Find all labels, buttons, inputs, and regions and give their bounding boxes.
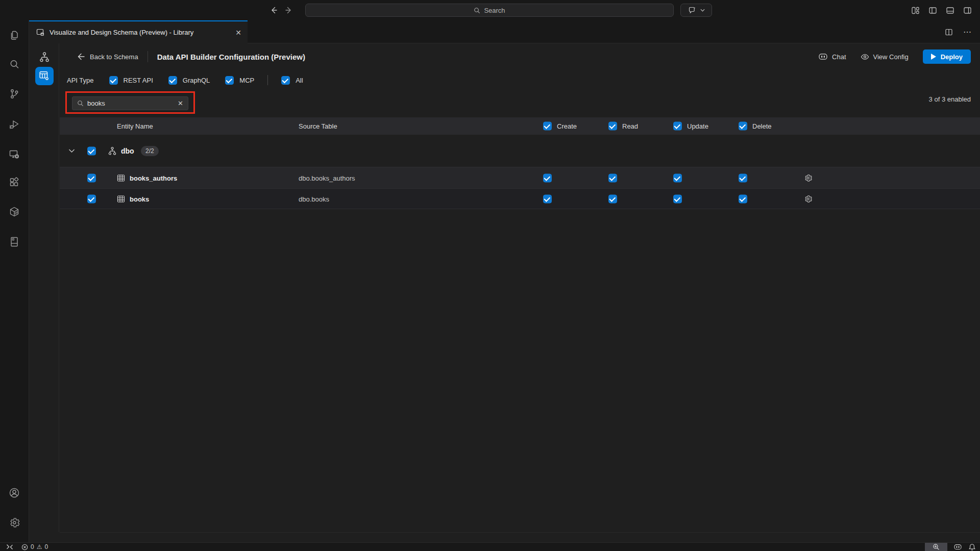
api-type-label: API Type [67, 77, 94, 84]
back-arrow-icon[interactable] [270, 6, 278, 14]
rest-api-label: REST API [124, 77, 153, 84]
read-all-checkbox[interactable] [608, 122, 617, 131]
notifications-bell-icon[interactable] [969, 543, 975, 550]
col-delete: Delete [739, 122, 772, 131]
designer-toolbar [29, 43, 59, 532]
update-all-checkbox[interactable] [673, 122, 682, 131]
view-config-button[interactable]: View Config [861, 53, 909, 61]
mcp-checkbox[interactable] [225, 76, 234, 85]
col-entity-name: Entity Name [117, 122, 153, 130]
filter-all[interactable]: All [281, 76, 303, 85]
left-arrow-icon [77, 53, 85, 61]
status-bar-left: 0 ⚠ 0 [6, 543, 48, 550]
filter-rest-api[interactable]: REST API [109, 76, 153, 85]
col-source-table: Source Table [299, 122, 337, 130]
toggle-panel-icon[interactable] [946, 6, 954, 15]
all-checkbox[interactable] [281, 76, 290, 85]
remote-indicator-icon[interactable] [6, 544, 13, 550]
database-projects-icon[interactable] [0, 230, 29, 254]
error-count: 0 [31, 543, 34, 550]
extensions-icon[interactable] [0, 170, 29, 195]
schema-name: dbo [121, 147, 134, 155]
warning-count: 0 [44, 543, 48, 550]
table-header: Entity Name Source Table Create Read Upd… [60, 117, 980, 135]
delete-label: Delete [752, 122, 772, 130]
deploy-button[interactable]: Deploy [923, 49, 971, 64]
forward-arrow-icon[interactable] [285, 6, 293, 14]
view-config-label: View Config [873, 53, 909, 61]
rest-api-checkbox[interactable] [109, 76, 118, 85]
page-title: Data API Builder Configuration (Preview) [157, 53, 305, 61]
collapse-chevron-icon[interactable] [68, 148, 75, 153]
read-label: Read [622, 122, 638, 130]
tab-schema-designer[interactable]: Visualize and Design Schema (Preview) - … [29, 20, 248, 43]
toggle-secondary-sidebar-icon[interactable] [963, 6, 972, 15]
create-checkbox[interactable] [543, 173, 552, 182]
tab-title: Visualize and Design Schema (Preview) - … [50, 29, 193, 36]
col-read: Read [608, 122, 638, 131]
copilot-status-icon[interactable] [953, 544, 962, 550]
layout-controls [911, 0, 972, 20]
panel-toolbar-right: Chat View Config Deploy [818, 49, 971, 64]
enabled-count-label: 3 of 3 enabled [929, 95, 971, 103]
row-select-checkbox[interactable] [87, 173, 96, 182]
settings-gear-icon[interactable] [0, 510, 29, 535]
filter-mcp[interactable]: MCP [225, 76, 254, 85]
eye-icon [861, 54, 869, 60]
back-to-schema-button[interactable]: Back to Schema [77, 53, 138, 61]
source-control-icon[interactable] [0, 82, 29, 106]
more-actions-icon[interactable]: ⋯ [963, 27, 972, 37]
clear-search-icon[interactable]: ✕ [178, 99, 183, 107]
table-icon [117, 195, 125, 203]
copilot-chat-button[interactable] [680, 4, 712, 17]
api-type-filters: API Type REST API GraphQL MCP All [67, 72, 303, 88]
toggle-sidebar-icon[interactable] [928, 6, 937, 15]
row-settings-gear-icon[interactable] [804, 173, 813, 182]
schema-diagram-view-icon[interactable] [36, 49, 53, 65]
graphql-checkbox[interactable] [168, 76, 177, 85]
split-editor-icon[interactable] [945, 28, 953, 36]
source-table: dbo.books_authors [299, 174, 355, 182]
tab-close-icon[interactable]: ✕ [235, 29, 241, 37]
entity-name: books_authors [130, 174, 177, 182]
accounts-icon[interactable] [0, 481, 29, 505]
run-debug-icon[interactable] [0, 112, 29, 137]
search-view-icon[interactable] [0, 52, 29, 77]
group-select-checkbox[interactable] [87, 146, 96, 155]
search-label: Search [484, 7, 505, 14]
editor-tab-strip: Visualize and Design Schema (Preview) - … [29, 20, 980, 43]
zoom-indicator[interactable] [925, 543, 947, 551]
back-to-schema-label: Back to Schema [90, 53, 138, 61]
update-checkbox[interactable] [673, 173, 682, 182]
row-select-checkbox[interactable] [87, 194, 96, 203]
entity-search-box[interactable]: ✕ [72, 96, 188, 110]
command-center-search[interactable]: Search [305, 4, 674, 17]
update-checkbox[interactable] [673, 194, 682, 203]
status-bar-right [925, 543, 980, 551]
read-checkbox[interactable] [608, 194, 617, 203]
explorer-icon[interactable] [0, 23, 29, 47]
delete-all-checkbox[interactable] [739, 122, 747, 131]
entity-name: books [130, 195, 149, 203]
delete-checkbox[interactable] [739, 194, 747, 203]
remote-explorer-icon[interactable] [0, 142, 29, 166]
row-settings-gear-icon[interactable] [804, 194, 813, 203]
content-bottom-border [60, 532, 980, 533]
create-label: Create [557, 122, 577, 130]
create-all-checkbox[interactable] [543, 122, 552, 131]
filter-graphql[interactable]: GraphQL [168, 76, 210, 85]
customize-layout-icon[interactable] [911, 6, 920, 15]
delete-checkbox[interactable] [739, 173, 747, 182]
container-tools-icon[interactable] [0, 199, 29, 224]
dab-config-panel: Back to Schema Data API Builder Configur… [60, 43, 980, 532]
activity-bar [0, 20, 29, 542]
search-icon [77, 100, 84, 107]
entity-search-input[interactable] [87, 99, 174, 107]
create-checkbox[interactable] [543, 194, 552, 203]
read-checkbox[interactable] [608, 173, 617, 182]
problems-indicator[interactable]: 0 ⚠ 0 [21, 543, 48, 550]
title-bar: Search [0, 0, 980, 20]
dab-config-view-button[interactable] [35, 67, 54, 85]
chat-button[interactable]: Chat [818, 53, 846, 61]
chevron-down-icon [700, 9, 705, 12]
